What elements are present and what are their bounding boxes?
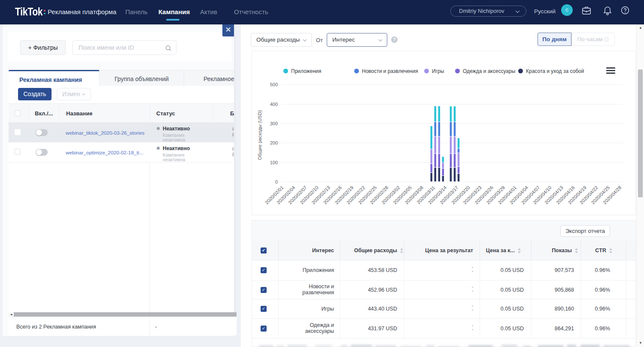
svg-text:Общие расходы (USD): Общие расходы (USD) — [257, 110, 262, 160]
svg-text:200: 200 — [270, 140, 278, 145]
svg-text:500: 500 — [270, 82, 278, 87]
svg-text:300: 300 — [270, 121, 278, 126]
svg-text:0: 0 — [275, 179, 278, 184]
svg-text:100: 100 — [270, 160, 278, 165]
svg-text:400: 400 — [270, 102, 278, 107]
